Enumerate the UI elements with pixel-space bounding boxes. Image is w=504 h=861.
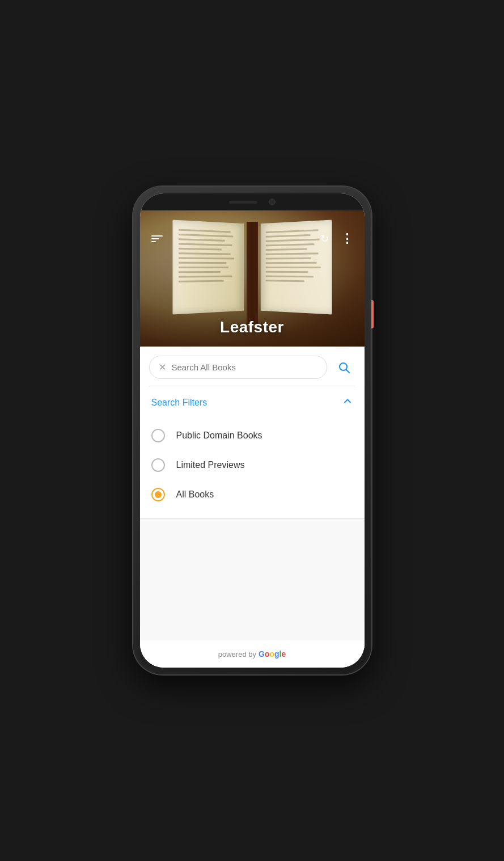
search-input[interactable]: [172, 362, 317, 372]
google-logo: Google: [259, 649, 286, 659]
search-bar[interactable]: ✕: [149, 356, 327, 379]
search-icon: [337, 361, 351, 374]
content-area: ✕ Search Filters: [140, 347, 365, 668]
more-icon: ⋮: [341, 233, 354, 245]
filters-title: Search Filters: [151, 398, 207, 408]
search-button[interactable]: [333, 356, 355, 379]
filter-button[interactable]: [147, 229, 167, 249]
filter-option-public-domain[interactable]: Public Domain Books: [140, 421, 365, 450]
clear-icon[interactable]: ✕: [159, 362, 166, 373]
empty-content-area: [140, 519, 365, 640]
filter-label-public-domain: Public Domain Books: [176, 430, 262, 441]
radio-all-books[interactable]: [151, 488, 165, 501]
hero-section: ↻ ⋮ Leafster: [140, 210, 365, 347]
filter-option-all-books[interactable]: All Books: [140, 480, 365, 509]
filter-label-all-books: All Books: [176, 489, 214, 500]
app-title: Leafster: [140, 318, 365, 336]
refresh-icon: ↻: [320, 233, 329, 245]
notch: [140, 193, 365, 210]
filters-header[interactable]: Search Filters: [140, 386, 365, 419]
search-container: ✕: [140, 347, 365, 386]
camera: [269, 199, 276, 205]
more-button[interactable]: ⋮: [337, 229, 358, 249]
filter-icon: [151, 235, 163, 242]
radio-limited-previews[interactable]: [151, 458, 165, 472]
powered-by-footer: powered by Google: [140, 640, 365, 668]
radio-public-domain[interactable]: [151, 429, 165, 442]
filter-options: Public Domain Books Limited Previews All…: [140, 419, 365, 518]
refresh-button[interactable]: ↻: [315, 229, 335, 249]
svg-line-9: [346, 369, 349, 373]
chevron-up-icon: [342, 395, 353, 410]
phone-screen: 10:00 LTE: [140, 193, 365, 668]
filter-label-limited-previews: Limited Previews: [176, 460, 245, 470]
powered-by-text: powered by: [218, 650, 256, 659]
filter-option-limited-previews[interactable]: Limited Previews: [140, 450, 365, 480]
phone-frame: 10:00 LTE: [133, 187, 371, 674]
speaker: [229, 201, 257, 204]
hero-toolbar: ↻ ⋮: [147, 229, 358, 249]
